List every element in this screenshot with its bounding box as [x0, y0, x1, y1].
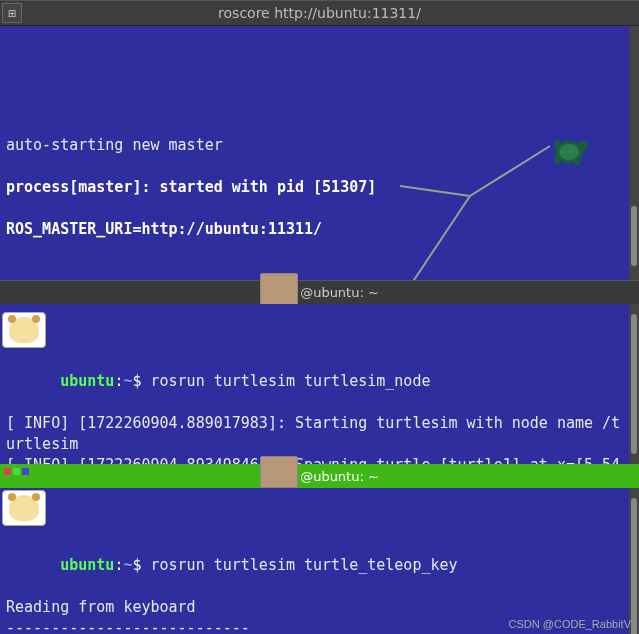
command-text: rosrun turtlesim turtlesim_node [151, 372, 431, 390]
svg-point-1 [559, 144, 579, 160]
terminal-tab-2[interactable]: @ubuntu: ~ [0, 280, 639, 304]
window-control-icons [4, 468, 29, 475]
turtle-icon [547, 134, 591, 168]
window-title-bar: ⊞ roscore http://ubuntu:11311/ [0, 0, 639, 26]
terminal-teleop[interactable]: ubuntu:~$ rosrun turtlesim turtle_teleop… [0, 488, 639, 634]
tab-label: @ubuntu: ~ [300, 285, 379, 300]
svg-point-2 [578, 141, 588, 151]
assistant-avatar [2, 490, 46, 526]
prompt-user: ubuntu [60, 556, 114, 574]
svg-point-3 [554, 140, 560, 148]
assistant-avatar [2, 312, 46, 348]
scrollbar-thumb[interactable] [631, 498, 637, 634]
prompt-user: ubuntu [60, 372, 114, 390]
window-title: roscore http://ubuntu:11311/ [218, 5, 421, 21]
user-avatar-icon [260, 456, 298, 488]
svg-point-4 [554, 156, 560, 164]
terminal-prompt-line: ubuntu:~$ rosrun turtlesim turtle_teleop… [6, 555, 623, 576]
terminal-prompt-line: ubuntu:~$ rosrun turtlesim turtlesim_nod… [6, 371, 623, 392]
scrollbar-thumb[interactable] [631, 314, 637, 454]
window-grid-icon[interactable]: ⊞ [2, 3, 22, 23]
user-avatar-icon [260, 273, 298, 305]
tab-label: @ubuntu: ~ [300, 469, 379, 484]
watermark: CSDN @CODE_RabbitV [509, 618, 631, 630]
svg-point-5 [574, 158, 580, 166]
terminal-turtlesim-node[interactable]: ubuntu:~$ rosrun turtlesim turtlesim_nod… [0, 304, 639, 464]
scrollbar-thumb[interactable] [631, 206, 637, 266]
terminal-tab-3-active[interactable]: @ubuntu: ~ [0, 464, 639, 488]
terminal-roscore[interactable]: auto-starting new master process[master]… [0, 26, 639, 280]
command-text: rosrun turtlesim turtle_teleop_key [151, 556, 458, 574]
